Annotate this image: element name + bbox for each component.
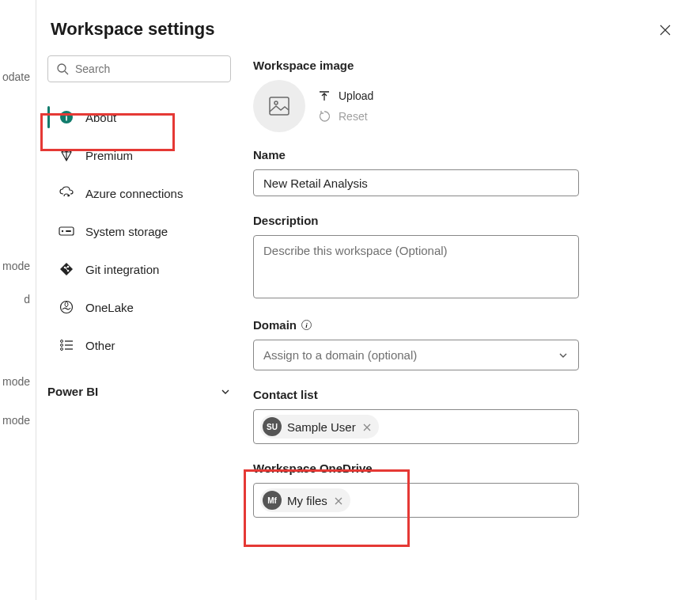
contact-list-label: Contact list	[253, 388, 676, 401]
description-input[interactable]	[253, 235, 579, 298]
search-input[interactable]	[75, 63, 222, 75]
cloud-sync-icon	[59, 185, 74, 201]
settings-panel: Workspace settings About Premium	[36, 0, 700, 600]
panel-header: Workspace settings	[47, 19, 676, 41]
domain-placeholder: Assign to a domain (optional)	[263, 348, 417, 362]
onedrive-input[interactable]: Mf My files	[253, 483, 579, 518]
info-circle-icon	[59, 109, 74, 125]
chevron-down-icon	[220, 386, 231, 397]
chip-remove-button[interactable]	[361, 420, 373, 434]
nav-about[interactable]: About	[47, 100, 231, 135]
close-icon	[659, 24, 672, 36]
onelake-icon	[59, 299, 74, 315]
diamond-icon	[59, 147, 74, 163]
close-icon	[363, 423, 371, 431]
chevron-down-icon	[558, 350, 569, 361]
domain-select[interactable]: Assign to a domain (optional)	[253, 340, 579, 370]
svg-rect-17	[270, 97, 289, 115]
nav-other[interactable]: Other	[47, 328, 231, 363]
svg-point-15	[61, 348, 63, 351]
workspace-image-label: Workspace image	[253, 59, 676, 72]
svg-rect-2	[66, 116, 67, 121]
search-box[interactable]	[47, 55, 231, 82]
upload-button[interactable]: Upload	[318, 89, 373, 102]
svg-point-11	[61, 340, 63, 343]
description-label: Description	[253, 214, 676, 227]
chip-remove-button[interactable]	[333, 494, 344, 507]
background-clipped-items: odate mode d mode mode	[0, 0, 35, 430]
search-icon	[56, 63, 69, 75]
chip-label: Sample User	[287, 420, 356, 434]
nav-label: Git integration	[85, 263, 159, 276]
nav-label: About	[85, 111, 116, 124]
panel-title: Workspace settings	[51, 19, 214, 40]
name-input[interactable]	[253, 169, 579, 196]
svg-point-13	[61, 344, 63, 347]
close-button[interactable]	[654, 19, 676, 41]
contact-chip: SU Sample User	[260, 415, 379, 439]
avatar: SU	[263, 417, 282, 436]
sidebar: About Premium Azure connections System s…	[47, 55, 231, 535]
nav-label: Premium	[85, 149, 133, 162]
domain-label: Domain i	[253, 318, 676, 332]
nav-premium[interactable]: Premium	[47, 138, 231, 173]
section-title: Power BI	[47, 385, 98, 398]
close-icon	[335, 497, 342, 505]
svg-rect-6	[66, 230, 71, 232]
list-settings-icon	[59, 337, 74, 353]
info-icon[interactable]: i	[301, 320, 312, 330]
nav-label: OneLake	[85, 301, 134, 314]
svg-point-18	[274, 101, 278, 104]
nav-label: Azure connections	[85, 187, 183, 200]
chip-label: My files	[287, 494, 327, 507]
reset-icon	[318, 110, 331, 123]
nav-storage[interactable]: System storage	[47, 214, 231, 249]
nav-label: System storage	[85, 225, 168, 238]
svg-point-3	[66, 113, 67, 115]
avatar: Mf	[263, 491, 282, 510]
reset-button: Reset	[318, 110, 373, 123]
workspace-image-placeholder	[253, 80, 305, 132]
contact-list-input[interactable]: SU Sample User	[253, 409, 579, 444]
image-icon	[267, 94, 291, 118]
nav-git[interactable]: Git integration	[47, 252, 231, 287]
svg-point-5	[62, 230, 63, 232]
section-powerbi[interactable]: Power BI	[47, 385, 231, 398]
onedrive-label: Workspace OneDrive	[253, 461, 676, 475]
nav-azure[interactable]: Azure connections	[47, 176, 231, 211]
nav-onelake[interactable]: OneLake	[47, 290, 231, 325]
main-content: Workspace image Upload Reset Name	[253, 55, 676, 535]
nav-label: Other	[85, 339, 115, 352]
storage-icon	[59, 223, 74, 239]
onedrive-chip: Mf My files	[260, 488, 350, 512]
upload-icon	[318, 89, 331, 102]
name-label: Name	[253, 148, 676, 161]
git-icon	[59, 261, 74, 277]
svg-point-0	[58, 64, 66, 72]
